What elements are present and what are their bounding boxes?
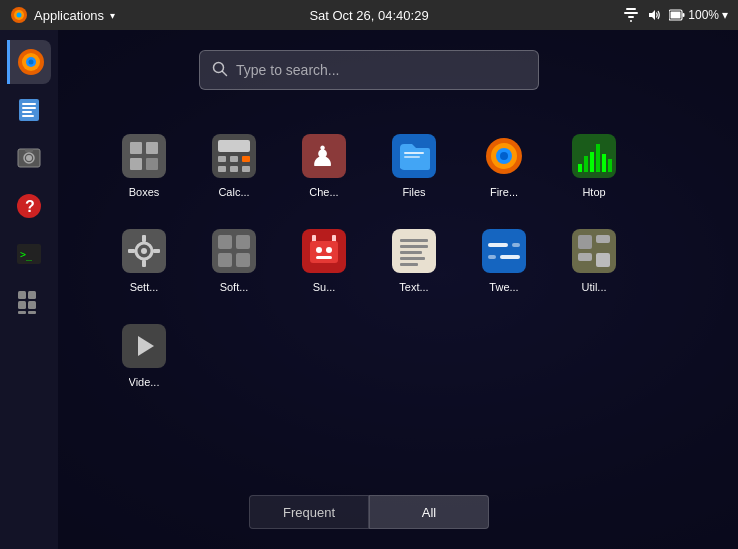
app-label-settings: Sett... [130, 281, 159, 293]
svg-rect-93 [512, 243, 520, 247]
volume-icon[interactable] [647, 8, 661, 22]
app-label-video: Vide... [129, 376, 160, 388]
svg-rect-71 [128, 249, 135, 253]
app-icon-settings [120, 227, 168, 275]
svg-rect-42 [218, 140, 250, 152]
launcher-overlay: Type to search... BoxesCalc...♟Che...Fil… [0, 30, 738, 549]
app-item-firefox[interactable]: Fire... [462, 120, 547, 210]
app-icon-calculator [210, 132, 258, 180]
svg-point-58 [500, 152, 508, 160]
svg-rect-64 [602, 154, 606, 172]
svg-rect-72 [153, 249, 160, 253]
search-bar[interactable]: Type to search... [199, 50, 539, 90]
svg-rect-30 [18, 301, 26, 309]
svg-rect-90 [400, 263, 418, 266]
svg-rect-16 [22, 103, 36, 105]
svg-rect-75 [236, 235, 250, 249]
svg-rect-4 [624, 12, 638, 14]
svg-rect-91 [482, 229, 526, 273]
svg-rect-6 [630, 20, 632, 22]
svg-rect-36 [122, 134, 166, 178]
svg-rect-99 [578, 253, 592, 261]
svg-rect-18 [22, 111, 32, 113]
tab-all[interactable]: All [369, 495, 489, 529]
svg-rect-77 [236, 253, 250, 267]
sidebar-item-help[interactable]: ? [7, 184, 51, 228]
svg-rect-38 [146, 142, 158, 154]
network-icon[interactable] [623, 8, 639, 22]
svg-rect-31 [28, 301, 36, 309]
app-label-software: Soft... [220, 281, 249, 293]
battery-label: 100% [688, 8, 719, 22]
app-item-calculator[interactable]: Calc... [192, 120, 277, 210]
svg-rect-61 [584, 156, 588, 172]
app-item-tweaks[interactable]: Twe... [462, 215, 547, 305]
app-item-software[interactable]: Soft... [192, 215, 277, 305]
app-item-text[interactable]: Text... [372, 215, 457, 305]
svg-rect-94 [500, 255, 520, 259]
svg-rect-74 [218, 235, 232, 249]
svg-rect-33 [28, 311, 36, 314]
app-icon-chess: ♟ [300, 132, 348, 180]
svg-rect-70 [142, 260, 146, 267]
svg-rect-32 [18, 311, 26, 314]
app-item-settings[interactable]: Sett... [102, 215, 187, 305]
svg-text:>_: >_ [20, 249, 33, 261]
search-icon [212, 61, 228, 80]
sidebar-item-firefox[interactable] [7, 40, 51, 84]
svg-rect-48 [242, 166, 250, 172]
svg-rect-53 [404, 156, 420, 158]
svg-rect-60 [578, 164, 582, 172]
svg-rect-19 [22, 115, 34, 117]
svg-rect-52 [404, 152, 424, 154]
app-icon-software [210, 227, 258, 275]
topbar-datetime: Sat Oct 26, 04:40:29 [309, 8, 428, 23]
svg-rect-17 [22, 107, 36, 109]
app-label-calculator: Calc... [218, 186, 249, 198]
svg-rect-63 [596, 144, 600, 172]
svg-rect-45 [242, 156, 250, 162]
svg-rect-3 [626, 8, 636, 10]
svg-rect-29 [28, 291, 36, 299]
app-item-video[interactable]: Vide... [102, 310, 187, 400]
app-label-su: Su... [313, 281, 336, 293]
svg-rect-88 [400, 251, 422, 254]
svg-text:♟: ♟ [310, 141, 335, 172]
app-item-htop[interactable]: Htop [552, 120, 637, 210]
app-icon-boxes [120, 132, 168, 180]
topbar-apps-arrow[interactable]: ▾ [110, 10, 115, 21]
app-item-utilities[interactable]: Util... [552, 215, 637, 305]
battery-arrow[interactable]: ▾ [722, 8, 728, 22]
svg-point-83 [326, 247, 332, 253]
desktop: Applications ▾ Sat Oct 26, 04:40:29 [0, 0, 738, 549]
app-item-boxes[interactable]: Boxes [102, 120, 187, 210]
sidebar-item-grid[interactable] [7, 280, 51, 324]
svg-text:?: ? [25, 198, 35, 215]
svg-rect-44 [230, 156, 238, 162]
svg-rect-69 [142, 235, 146, 242]
sidebar-item-terminal[interactable]: >_ [7, 232, 51, 276]
sidebar-item-notes[interactable] [7, 88, 51, 132]
topbar: Applications ▾ Sat Oct 26, 04:40:29 [0, 0, 738, 30]
app-icon-firefox [480, 132, 528, 180]
svg-rect-10 [671, 12, 681, 19]
topbar-apps-label[interactable]: Applications [34, 8, 104, 23]
svg-rect-40 [146, 158, 158, 170]
app-icon-htop [570, 132, 618, 180]
app-icon-files [390, 132, 438, 180]
app-label-tweaks: Twe... [489, 281, 518, 293]
svg-rect-37 [130, 142, 142, 154]
svg-rect-28 [18, 291, 26, 299]
app-item-files[interactable]: Files [372, 120, 457, 210]
app-icon-utilities [570, 227, 618, 275]
battery-status[interactable]: 100% ▾ [669, 8, 728, 22]
app-item-su[interactable]: Su... [282, 215, 367, 305]
tab-frequent[interactable]: Frequent [249, 495, 369, 529]
svg-marker-7 [649, 10, 655, 20]
sidebar-item-screenshot[interactable] [7, 136, 51, 180]
app-label-firefox: Fire... [490, 186, 518, 198]
app-item-chess[interactable]: ♟Che... [282, 120, 367, 210]
topbar-right: 100% ▾ [623, 8, 728, 22]
search-input[interactable]: Type to search... [236, 62, 526, 78]
app-label-boxes: Boxes [129, 186, 160, 198]
